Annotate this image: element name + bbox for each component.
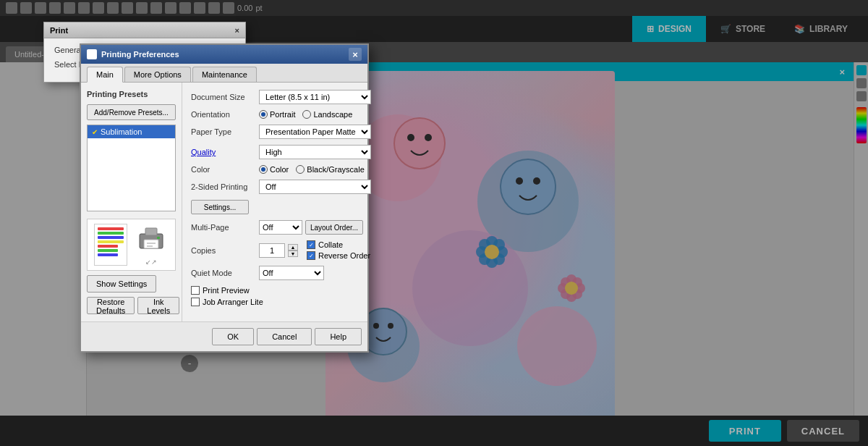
preview-page-icon <box>94 224 127 266</box>
printing-preferences-dialog: Printing Preferences × Main More Options… <box>80 43 369 353</box>
preset-label: Sublimation <box>101 127 142 136</box>
layout-order-button[interactable]: Layout Order... <box>305 220 363 235</box>
grayscale-radio[interactable] <box>296 165 305 174</box>
grayscale-label: Black/Grayscale <box>307 165 364 174</box>
prefs-tab-more-options[interactable]: More Options <box>124 67 191 82</box>
print-preview-row: Print Preview <box>191 286 371 295</box>
restore-defaults-button[interactable]: Restore Defaults <box>87 297 135 314</box>
add-remove-presets-button[interactable]: Add/Remove Presets... <box>87 104 176 120</box>
multi-page-row: Multi-Page Off Layout Order... <box>191 220 371 235</box>
prefs-tab-main[interactable]: Main <box>87 67 123 83</box>
copies-label: Copies <box>191 246 256 255</box>
orientation-landscape-option[interactable]: Landscape <box>302 110 352 119</box>
copies-decrement[interactable]: ▼ <box>288 251 298 257</box>
two-sided-row: 2-Sided Printing Off <box>191 180 371 194</box>
orientation-label: Orientation <box>191 110 256 119</box>
job-arranger-row: Job Arranger Lite <box>191 298 371 306</box>
prefs-title-icon <box>87 49 97 59</box>
portrait-radio[interactable] <box>259 110 268 119</box>
copies-row: Copies ▲ ▼ ✓ Collate <box>191 240 371 260</box>
quiet-mode-row: Quiet Mode Off <box>191 266 371 280</box>
print-arrows-label: ↙↗ <box>145 258 157 266</box>
reverse-order-label: Reverse Order <box>318 251 370 260</box>
prefs-title-text: Printing Preferences <box>101 50 179 59</box>
prefs-tab-maintenance[interactable]: Maintenance <box>192 67 257 82</box>
settings-button[interactable]: Settings... <box>191 200 249 214</box>
collate-checkbox[interactable]: ✓ <box>307 240 315 249</box>
quality-row: Quality High <box>191 145 371 159</box>
two-sided-select[interactable]: Off <box>259 180 371 194</box>
document-size-row: Document Size Letter (8.5 x 11 in) <box>191 90 371 104</box>
svg-rect-35 <box>157 237 160 239</box>
collate-check-mark: ✓ <box>309 242 314 248</box>
landscape-label: Landscape <box>313 110 352 119</box>
svg-rect-37 <box>147 245 153 247</box>
orientation-row: Orientation Portrait Landscape <box>191 110 371 119</box>
copies-spinners: ▲ ▼ <box>288 244 298 257</box>
collate-area: ✓ Collate ✓ Reverse Order <box>307 240 370 260</box>
prefs-tabs: Main More Options Maintenance <box>81 64 367 83</box>
document-size-label: Document Size <box>191 93 256 101</box>
orientation-portrait-option[interactable]: Portrait <box>259 110 295 119</box>
collate-label: Collate <box>318 240 343 249</box>
prefs-body: Printing Presets Add/Remove Presets... ✔… <box>81 83 367 321</box>
print-dialog-close[interactable]: × <box>235 26 239 35</box>
preview-printer-area: ↙↗ <box>133 224 169 266</box>
dialog-overlay: Print × General Select Printer Printing … <box>0 0 868 446</box>
prefs-cancel-button[interactable]: Cancel <box>257 328 312 345</box>
quiet-mode-label: Quiet Mode <box>191 269 256 277</box>
paper-type-row: Paper Type Presentation Paper Matte <box>191 125 371 139</box>
preset-sublimation[interactable]: ✔ Sublimation <box>88 125 175 138</box>
prefs-preview-area: ↙↗ <box>87 219 176 271</box>
copies-input[interactable] <box>259 243 285 258</box>
prefs-left-panel: Printing Presets Add/Remove Presets... ✔… <box>81 83 182 321</box>
quiet-mode-select[interactable]: Off <box>259 266 324 280</box>
svg-rect-36 <box>147 243 156 244</box>
color-radio[interactable] <box>259 165 268 174</box>
print-preview-checkbox[interactable] <box>191 286 200 295</box>
copies-increment[interactable]: ▲ <box>288 244 298 251</box>
printer-svg <box>137 227 166 253</box>
reverse-check-mark: ✓ <box>309 253 314 259</box>
printer-icon <box>133 224 169 256</box>
prefs-bottom-left-buttons: Show Settings <box>87 271 176 297</box>
prefs-ok-button[interactable]: OK <box>212 328 254 345</box>
print-preview-label: Print Preview <box>203 286 250 295</box>
quality-select[interactable]: High <box>259 145 371 159</box>
multi-page-label: Multi-Page <box>191 223 256 232</box>
color-label: Color <box>191 165 256 174</box>
print-dialog-title-bar: Print × <box>44 22 245 38</box>
color-option[interactable]: Color <box>259 165 289 174</box>
job-arranger-label: Job Arranger Lite <box>203 298 263 306</box>
prefs-help-button[interactable]: Help <box>315 328 362 345</box>
prefs-bottom-buttons: OK Cancel Help <box>81 321 367 351</box>
printing-presets-label: Printing Presets <box>87 90 176 98</box>
collate-option: ✓ Collate <box>307 240 370 249</box>
document-size-select[interactable]: Letter (8.5 x 11 in) <box>259 90 371 104</box>
presets-list: ✔ Sublimation <box>87 125 176 211</box>
prefs-restore-buttons: Restore Defaults Ink Levels <box>87 297 176 314</box>
prefs-close-button[interactable]: × <box>349 48 362 61</box>
show-settings-button[interactable]: Show Settings <box>87 275 156 293</box>
prefs-ok-cancel-area: OK Cancel Help <box>212 328 362 345</box>
paper-type-select[interactable]: Presentation Paper Matte <box>259 125 371 139</box>
portrait-label: Portrait <box>270 110 295 119</box>
reverse-order-option: ✓ Reverse Order <box>307 251 370 260</box>
print-dialog-title: Print <box>50 26 68 35</box>
quality-label: Quality <box>191 148 256 156</box>
prefs-right-panel: Document Size Letter (8.5 x 11 in) Orien… <box>182 83 380 321</box>
preset-check-icon: ✔ <box>92 128 98 136</box>
multi-page-select[interactable]: Off <box>259 220 302 235</box>
color-radio-group: Color Black/Grayscale <box>259 165 365 174</box>
landscape-radio[interactable] <box>302 110 311 119</box>
color-row: Color Color Black/Grayscale <box>191 165 371 174</box>
reverse-order-checkbox[interactable]: ✓ <box>307 251 315 260</box>
svg-rect-34 <box>145 228 157 235</box>
grayscale-option[interactable]: Black/Grayscale <box>296 165 364 174</box>
orientation-radio-group: Portrait Landscape <box>259 110 352 119</box>
job-arranger-checkbox[interactable] <box>191 298 200 306</box>
prefs-title-bar: Printing Preferences × <box>81 45 367 64</box>
paper-type-label: Paper Type <box>191 127 256 136</box>
color-option-label: Color <box>270 165 289 174</box>
ink-levels-button[interactable]: Ink Levels <box>137 297 179 314</box>
